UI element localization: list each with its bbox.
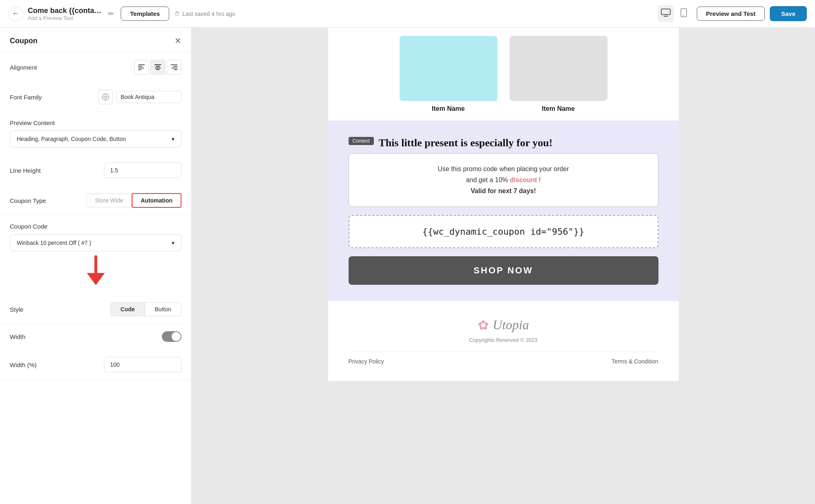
svg-rect-12 [156,69,159,70]
desktop-icon [661,9,671,18]
width-percent-input[interactable] [104,357,181,372]
svg-rect-7 [138,68,144,68]
style-code-button[interactable]: Code [110,302,145,316]
preview-content-value: Heading, Paragraph, Coupon Code, Button [17,136,126,142]
pencil-icon: ✏ [108,10,114,18]
privacy-policy-link[interactable]: Privacy Policy [349,358,384,365]
item-image-1 [400,36,497,101]
style-buttons: Code Button [110,302,181,316]
red-arrow-indicator [10,251,181,287]
svg-rect-10 [156,66,160,67]
coupon-type-section: Coupon Type Store Wide Automation [0,186,191,216]
line-height-label: Line Height [10,167,41,174]
terms-link[interactable]: Terms & Condition [612,358,658,365]
panel-close-button[interactable]: ✕ [174,36,181,46]
coupon-code-dropdown[interactable]: Winback 10 percent Off ( #7 ) ▾ [10,234,181,251]
promo-text: Use this promo code when placing your or… [361,163,646,197]
coupon-email-section: Content This little present is especiall… [328,121,679,301]
title-block: Come back {{conta… Add a Preview Text [28,7,102,21]
alignment-buttons [134,60,181,75]
svg-rect-8 [138,69,141,70]
width-percent-section: Width (%) [0,350,191,380]
preview-content-dropdown[interactable]: Heading, Paragraph, Coupon Code, Button … [10,130,181,147]
width-percent-label: Width (%) [10,361,37,368]
email-footer: ✿ Utopia Copyrights Reserved © 2023 Priv… [328,301,679,381]
width-toggle[interactable] [162,331,181,342]
line-height-input[interactable] [104,163,181,178]
svg-rect-11 [155,68,161,68]
svg-marker-20 [87,273,105,285]
svg-rect-14 [173,66,177,67]
shop-now-button[interactable]: SHOP NOW [349,256,658,285]
alignment-label: Alignment [10,64,37,71]
item-image-2 [510,36,607,101]
back-button[interactable]: ← [8,7,23,21]
back-icon: ← [12,9,19,18]
alignment-section: Alignment [0,53,191,82]
clock-icon: ⏱ [174,11,180,17]
style-button-button[interactable]: Button [145,302,181,316]
content-badge: Content [349,137,374,145]
font-family-controls: Book Antiqua [98,90,181,104]
coupon-code-label: Coupon Code [10,223,48,230]
font-family-select[interactable]: Book Antiqua [116,91,181,103]
mobile-icon [680,10,687,19]
svg-rect-5 [138,64,145,65]
flower-icon: ✿ [478,317,489,333]
promo-line2: and get a 10% [466,176,508,183]
promo-exclaim: ! [539,176,541,183]
align-center-button[interactable] [150,60,165,75]
font-family-label: Font Family [10,94,42,101]
footer-logo: ✿ Utopia [349,317,658,333]
preview-test-button[interactable]: Preview and Test [697,7,765,21]
saved-status: ⏱ Last saved 4 hrs ago [174,11,235,17]
main-layout: Coupon ✕ Alignment [0,28,815,504]
chevron-down-icon: ▾ [172,136,174,142]
line-height-section: Line Height [0,155,191,186]
topbar-right: Preview and Test Save [697,6,807,21]
panel-header: Coupon ✕ [0,28,191,53]
page-subtitle: Add a Preview Text [28,15,102,21]
coupon-code-display: {{wc_dynamic_coupon id="956"}} [349,215,658,248]
coupon-type-buttons: Store Wide Automation [86,193,181,208]
align-right-button[interactable] [167,60,181,75]
width-label: Width [10,333,25,340]
panel-title: Coupon [10,37,38,45]
style-label: Style [10,306,23,313]
mobile-view-button[interactable] [677,5,690,22]
page-title: Come back {{conta… [28,7,102,15]
svg-rect-15 [172,68,177,68]
edit-title-button[interactable]: ✏ [106,8,116,20]
item-name-2: Item Name [542,105,575,112]
store-wide-button[interactable]: Store Wide [86,194,132,207]
chevron-down-icon: ▾ [172,240,174,246]
logo-text: Utopia [493,317,529,332]
automation-button[interactable]: Automation [132,193,181,208]
promo-line1: Use this promo code when placing your or… [438,165,569,172]
toggle-knob [172,332,181,341]
font-icon [98,90,113,104]
coupon-code-value: Winback 10 percent Off ( #7 ) [17,240,91,246]
templates-button[interactable]: Templates [121,7,169,21]
svg-rect-9 [155,64,161,65]
save-button[interactable]: Save [770,6,807,21]
svg-point-4 [683,15,684,16]
right-content: Item Name Item Name Content This little … [192,28,815,504]
item-block-2: Item Name [510,36,607,112]
topbar: ← Come back {{conta… Add a Preview Text … [0,0,815,28]
width-section: Width [0,324,191,350]
promo-line3: Valid for next 7 days! [470,187,536,194]
desktop-view-button[interactable] [658,5,674,22]
topbar-center [658,5,690,22]
svg-rect-16 [174,69,177,70]
item-image-bg-1 [400,36,497,101]
left-panel: Coupon ✕ Alignment [0,28,192,504]
copyright-text: Copyrights Reserved © 2023 [349,337,658,343]
preview-content-label: Preview Content [10,119,55,126]
item-block-1: Item Name [400,36,497,112]
svg-rect-6 [138,66,142,67]
style-section: Style Code Button [0,295,191,324]
preview-content-section: Preview Content Heading, Paragraph, Coup… [0,112,191,155]
align-left-button[interactable] [134,60,149,75]
coupon-headline: This little present is especially for yo… [379,137,553,149]
